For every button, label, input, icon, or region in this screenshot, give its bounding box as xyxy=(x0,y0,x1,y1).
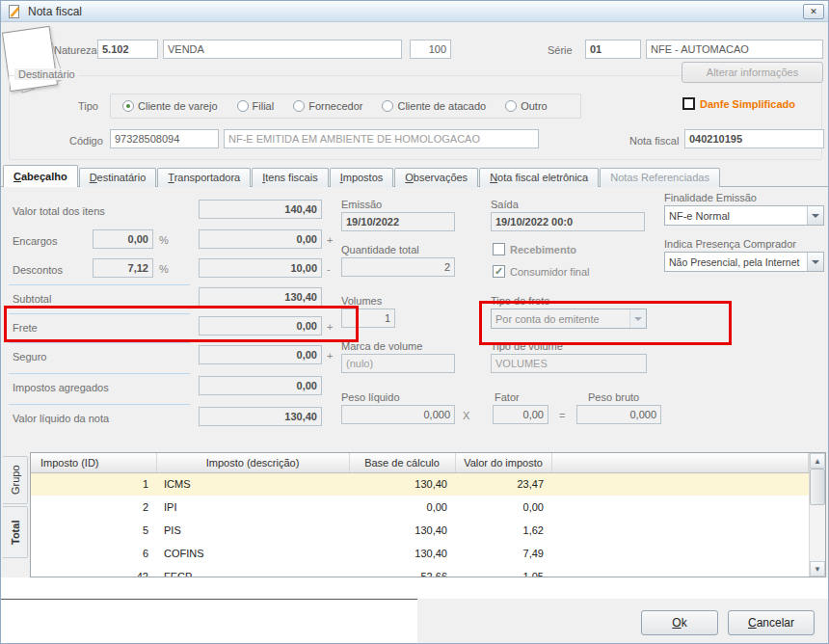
column-header-valor-imposto[interactable]: Valor do imposto xyxy=(455,453,551,472)
radio-icon xyxy=(293,100,305,112)
column-header-imposto-id[interactable]: Imposto (ID) xyxy=(31,453,156,472)
vertical-scrollbar[interactable]: ▲ ▼ xyxy=(809,453,825,577)
tab-observacoes[interactable]: Observações xyxy=(394,168,478,187)
quantidade-field[interactable]: 2 xyxy=(341,257,455,277)
peso-bruto-field[interactable]: 0,000 xyxy=(576,405,661,424)
percent-sign: % xyxy=(159,234,169,246)
fator-field[interactable]: 0,00 xyxy=(493,405,548,424)
times-sign: X xyxy=(463,410,469,421)
tab-itens-fiscais[interactable]: Itens fiscais xyxy=(252,168,328,187)
column-header-base-calculo[interactable]: Base de cálculo xyxy=(349,453,455,472)
encargos-pct-field[interactable]: 0,00 xyxy=(93,229,153,249)
tipo-volume-field[interactable]: VOLUMES xyxy=(491,354,647,373)
codigo-desc-field[interactable]: NF-E EMITIDA EM AMBIENTE DE HOMOLOGACAO xyxy=(224,129,539,148)
marca-volume-label: Marca de volume xyxy=(341,340,422,352)
scroll-down-icon[interactable]: ▼ xyxy=(810,561,825,577)
calc-divider xyxy=(9,404,190,405)
seguro-field[interactable]: 0,00 xyxy=(199,345,322,364)
tipo-volume-label: Tipo de volume xyxy=(491,340,563,352)
tipo-radio-group: Cliente de varejo Filial Fornecedor Clie… xyxy=(110,94,581,119)
natureza-code-field[interactable]: 5.102 xyxy=(97,40,158,59)
close-icon[interactable]: ✕ xyxy=(803,4,824,19)
radio-cliente-atacado[interactable]: Cliente de atacado xyxy=(382,100,486,112)
alterar-informacoes-button[interactable]: Alterar informações xyxy=(682,62,823,83)
danfe-simplificado-checkbox[interactable] xyxy=(682,97,695,110)
emissao-field[interactable]: 19/10/2022 xyxy=(341,212,455,231)
consumidor-final-checkbox[interactable]: ✓ xyxy=(493,265,505,278)
chevron-down-icon xyxy=(629,309,646,328)
tab-destinatario[interactable]: Destinatário xyxy=(79,168,157,187)
tipo-label: Tipo xyxy=(78,100,98,112)
table-row[interactable]: 2 IPI 0,00 0,00 xyxy=(31,496,809,519)
percent-sign: % xyxy=(159,263,169,275)
valor-liquido-label: Valor líquido da nota xyxy=(13,413,109,424)
radio-outro[interactable]: Outro xyxy=(505,100,548,112)
table-row[interactable]: 5 PIS 130,40 1,62 xyxy=(31,519,809,542)
emissao-label: Emissão xyxy=(341,199,382,210)
table-row[interactable]: 6 COFINS 130,40 7,49 xyxy=(31,542,809,565)
tipo-frete-dropdown[interactable]: Por conta do emitente xyxy=(491,309,647,329)
tab-cabecalho[interactable]: Cabeçalho xyxy=(3,165,78,187)
recebimento-checkbox[interactable] xyxy=(493,243,505,255)
natureza-desc-field[interactable]: VENDA xyxy=(163,40,402,59)
bottom-strip xyxy=(1,577,829,599)
frete-label: Frete xyxy=(13,322,38,334)
nota-fiscal-number-field[interactable]: 040210195 xyxy=(684,129,824,148)
quantidade-label: Quantidade total xyxy=(341,244,419,255)
peso-liquido-label: Peso líquido xyxy=(341,391,400,403)
destinatario-group-label: Destinatário xyxy=(14,68,79,80)
subtotal-field[interactable]: 130,40 xyxy=(199,287,322,307)
radio-fornecedor[interactable]: Fornecedor xyxy=(293,100,362,112)
calc-divider xyxy=(9,373,190,374)
window-title: Nota fiscal xyxy=(28,5,82,18)
natureza-num-field[interactable]: 100 xyxy=(410,40,451,59)
nota-fiscal-label: Nota fiscal xyxy=(629,135,679,147)
scroll-up-icon[interactable]: ▲ xyxy=(810,453,825,469)
ok-button[interactable]: Ok xyxy=(641,610,718,635)
serie-desc-field[interactable]: NFE - AUTOMACAO xyxy=(646,40,823,59)
valor-liquido-field[interactable]: 130,40 xyxy=(199,407,322,426)
side-tab-total[interactable]: Total xyxy=(3,506,28,558)
finalidade-label: Finalidade Emissão xyxy=(664,192,757,203)
radio-icon xyxy=(122,100,134,112)
impostos-agregados-field[interactable]: 0,00 xyxy=(199,376,322,395)
calc-divider xyxy=(9,342,190,343)
serie-code-field[interactable]: 01 xyxy=(585,40,641,59)
chevron-down-icon xyxy=(807,206,823,225)
encargos-field[interactable]: 0,00 xyxy=(199,229,322,249)
marca-volume-field[interactable]: (nulo) xyxy=(341,354,455,373)
frete-field[interactable]: 0,00 xyxy=(199,316,322,335)
serie-label: Série xyxy=(548,44,573,56)
valor-total-field[interactable]: 140,40 xyxy=(199,200,322,219)
scrollbar-thumb[interactable] xyxy=(810,469,825,505)
tab-notas-referenciadas[interactable]: Notas Referenciadas xyxy=(600,168,720,187)
side-tab-grupo[interactable]: Grupo xyxy=(3,456,28,504)
volumes-field[interactable]: 1 xyxy=(341,309,395,328)
presenca-dropdown[interactable]: Não Presencial, pela Internet xyxy=(664,252,824,272)
plus-sign: + xyxy=(327,234,333,246)
tipo-frete-label: Tipo de frete xyxy=(491,295,549,307)
codigo-label: Código xyxy=(69,135,103,147)
table-row[interactable]: 42 FECP 52,66 1,05 xyxy=(31,565,809,577)
subtotal-label: Subtotal xyxy=(13,293,51,305)
radio-filial[interactable]: Filial xyxy=(237,100,275,112)
radio-cliente-varejo[interactable]: Cliente de varejo xyxy=(122,100,218,112)
codigo-field[interactable]: 97328508094 xyxy=(110,129,219,148)
cancel-button[interactable]: Cancelar xyxy=(728,610,815,635)
column-header-imposto-descricao[interactable]: Imposto (descrição) xyxy=(156,453,349,472)
peso-liquido-field[interactable]: 0,000 xyxy=(341,405,455,424)
encargos-label: Encargos xyxy=(13,235,57,247)
descontos-field[interactable]: 10,00 xyxy=(199,258,322,278)
valor-total-label: Valor total dos itens xyxy=(13,205,105,217)
tab-transportadora[interactable]: Transportadora xyxy=(157,168,251,187)
tab-impostos[interactable]: Impostos xyxy=(330,168,394,187)
saida-field[interactable]: 19/10/2022 00:0 xyxy=(491,212,645,231)
peso-bruto-label: Peso bruto xyxy=(588,391,639,403)
plus-sign: + xyxy=(327,350,333,362)
tab-nota-fiscal-eletronica[interactable]: Nota fiscal eletrônica xyxy=(479,168,599,187)
descontos-pct-field[interactable]: 7,12 xyxy=(93,258,153,278)
chevron-down-icon xyxy=(807,253,823,271)
table-row[interactable]: 1 ICMS 130,40 23,47 xyxy=(31,472,809,496)
calc-divider xyxy=(9,313,190,314)
finalidade-dropdown[interactable]: NF-e Normal xyxy=(664,205,824,226)
